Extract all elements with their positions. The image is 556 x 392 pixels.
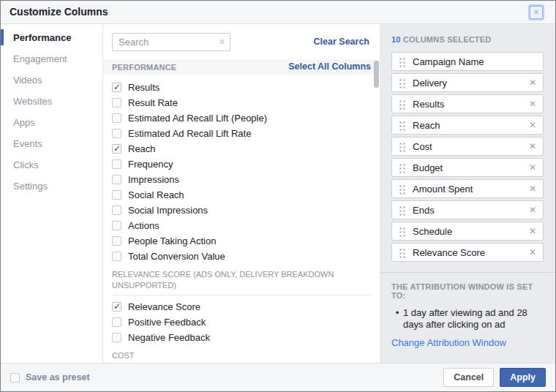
column-option-label: Estimated Ad Recall Lift (People) xyxy=(128,113,267,124)
unchecked-checkbox-icon[interactable] xyxy=(112,333,121,342)
sidebar-item-settings[interactable]: Settings xyxy=(1,176,102,197)
column-option-label: Relevance Score xyxy=(128,301,200,312)
column-option-label: Results xyxy=(128,82,159,93)
remove-column-icon[interactable]: ✕ xyxy=(525,205,536,215)
drag-handle-icon[interactable] xyxy=(399,184,406,195)
remove-column-icon[interactable]: ✕ xyxy=(525,184,536,194)
close-icon[interactable]: ✕ xyxy=(530,6,543,19)
selected-column-label: Reach xyxy=(413,120,525,131)
column-option[interactable]: Negative Feedback xyxy=(112,330,372,344)
selected-column-label: Amount Spent xyxy=(413,184,525,195)
unchecked-checkbox-icon[interactable] xyxy=(112,98,121,108)
remove-column-icon[interactable]: ✕ xyxy=(525,78,536,88)
sidebar-item-videos[interactable]: Videos xyxy=(1,69,102,91)
sidebar-item-engagement[interactable]: Engagement xyxy=(1,48,102,69)
unchecked-checkbox-icon[interactable] xyxy=(112,113,121,123)
column-option[interactable]: Reach xyxy=(112,141,372,156)
column-option[interactable]: Social Reach xyxy=(112,187,372,202)
selected-column-chip[interactable]: Results✕ xyxy=(391,94,544,113)
remove-column-icon[interactable]: ✕ xyxy=(525,247,536,257)
attribution-bullet: • 1 day after viewing ad and 28 days aft… xyxy=(391,307,544,331)
bullet-icon: • xyxy=(391,307,403,331)
sidebar-item-clicks[interactable]: Clicks xyxy=(1,154,102,176)
unchecked-checkbox-icon[interactable] xyxy=(112,206,121,215)
column-option[interactable]: Estimated Ad Recall Lift (People) xyxy=(112,110,372,125)
attribution-section: THE ATTRIBUTION WINDOW IS SET TO: • 1 da… xyxy=(391,273,544,348)
selected-column-label: Delivery xyxy=(413,78,525,88)
drag-handle-icon[interactable] xyxy=(399,162,406,173)
clear-search-link[interactable]: Clear Search xyxy=(314,37,369,47)
column-option[interactable]: Estimated Ad Recall Lift Rate xyxy=(112,126,372,140)
column-option-label: Actions xyxy=(128,220,159,231)
selected-column-chip[interactable]: Amount Spent✕ xyxy=(391,179,544,198)
remove-column-icon[interactable]: ✕ xyxy=(525,162,536,173)
column-option[interactable]: Result Rate xyxy=(112,95,372,110)
unchecked-checkbox-icon[interactable] xyxy=(112,236,121,246)
column-option[interactable]: Frequency xyxy=(112,157,372,171)
sidebar-item-apps[interactable]: Apps xyxy=(1,112,102,133)
save-as-preset-label: Save as preset xyxy=(26,372,90,382)
column-option[interactable]: Positive Feedback xyxy=(112,314,372,329)
selected-column-chip[interactable]: Cost✕ xyxy=(391,137,544,156)
attribution-bullet-text: 1 day after viewing ad and 28 days after… xyxy=(403,307,544,331)
column-option-label: Social Impressions xyxy=(128,205,208,216)
list-subheader: RELEVANCE SCORE (ADS ONLY, DELIVERY BREA… xyxy=(112,265,372,295)
scrollbar-thumb[interactable] xyxy=(374,61,379,88)
selected-column-label: Cost xyxy=(413,141,525,152)
drag-handle-icon[interactable] xyxy=(399,99,406,110)
unchecked-checkbox-icon[interactable] xyxy=(112,129,121,138)
unchecked-checkbox-icon[interactable] xyxy=(112,159,121,169)
column-option[interactable]: Total Conversion Value xyxy=(112,249,372,263)
change-attribution-link[interactable]: Change Attribution Window xyxy=(391,337,544,348)
save-as-preset[interactable]: Save as preset xyxy=(10,372,90,382)
selected-column-chip[interactable]: Reach✕ xyxy=(391,116,544,135)
column-option[interactable]: Results xyxy=(112,80,372,94)
select-all-columns-link[interactable]: Select All Columns xyxy=(288,59,371,75)
drag-handle-icon[interactable] xyxy=(399,226,406,237)
save-as-preset-checkbox[interactable] xyxy=(10,373,20,382)
remove-column-icon[interactable]: ✕ xyxy=(525,99,536,109)
remove-column-icon[interactable]: ✕ xyxy=(525,226,536,236)
list-section-bar: PERFORMANCE Select All Columns xyxy=(103,59,381,75)
unchecked-checkbox-icon[interactable] xyxy=(112,252,121,261)
unchecked-checkbox-icon[interactable] xyxy=(112,175,121,184)
column-option[interactable]: Social Impressions xyxy=(112,203,372,217)
clear-search-icon[interactable]: ✕ xyxy=(219,37,225,47)
selected-column-chip[interactable]: Campaign Name xyxy=(391,52,544,71)
customize-columns-dialog: Customize Columns ✕ PerformanceEngagemen… xyxy=(0,0,556,392)
selected-column-chip[interactable]: Budget✕ xyxy=(391,158,544,177)
apply-button[interactable]: Apply xyxy=(500,368,546,387)
remove-column-icon[interactable]: ✕ xyxy=(525,141,536,151)
sidebar-item-websites[interactable]: Websites xyxy=(1,91,102,112)
sidebar-item-performance[interactable]: Performance xyxy=(1,27,102,48)
column-option-label: Estimated Ad Recall Lift Rate xyxy=(128,128,251,139)
column-option[interactable]: Impressions xyxy=(112,172,372,186)
unchecked-checkbox-icon[interactable] xyxy=(112,317,121,327)
selected-count-label: COLUMNS SELECTED xyxy=(403,35,492,44)
selected-column-chip[interactable]: Relevance Score✕ xyxy=(391,243,544,262)
drag-handle-icon[interactable] xyxy=(399,78,406,88)
column-option[interactable]: Relevance Score xyxy=(112,299,372,314)
cancel-button[interactable]: Cancel xyxy=(443,368,494,387)
selected-column-chip[interactable]: Ends✕ xyxy=(391,200,544,219)
checked-checkbox-icon[interactable] xyxy=(112,144,121,154)
drag-handle-icon[interactable] xyxy=(399,247,406,258)
selected-column-chip[interactable]: Delivery✕ xyxy=(391,73,544,92)
drag-handle-icon[interactable] xyxy=(399,205,406,216)
column-checklist: ResultsResult RateEstimated Ad Recall Li… xyxy=(103,75,381,363)
drag-handle-icon[interactable] xyxy=(399,56,406,67)
column-option-label: Reach xyxy=(128,143,156,154)
drag-handle-icon[interactable] xyxy=(399,141,406,152)
column-option[interactable]: People Taking Action xyxy=(112,233,372,248)
unchecked-checkbox-icon[interactable] xyxy=(112,190,121,200)
selected-counter: 10 COLUMNS SELECTED xyxy=(391,35,544,44)
selected-column-chip[interactable]: Schedule✕ xyxy=(391,222,544,241)
drag-handle-icon[interactable] xyxy=(399,120,406,131)
sidebar-item-events[interactable]: Events xyxy=(1,133,102,154)
checked-checkbox-icon[interactable] xyxy=(112,302,121,312)
remove-column-icon[interactable]: ✕ xyxy=(525,120,536,130)
search-input[interactable] xyxy=(112,33,230,51)
unchecked-checkbox-icon[interactable] xyxy=(112,221,121,230)
checked-checkbox-icon[interactable] xyxy=(112,83,121,92)
column-option[interactable]: Actions xyxy=(112,218,372,233)
